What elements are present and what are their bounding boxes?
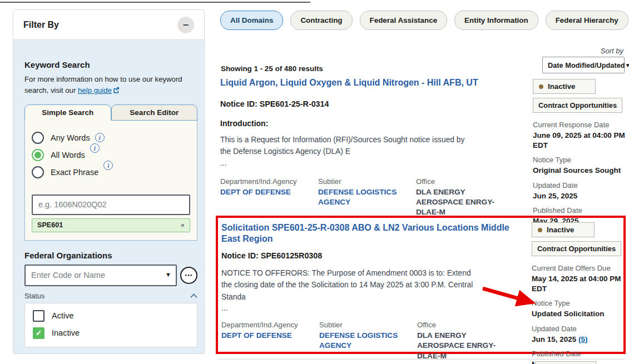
detail-label: Notice Type	[532, 298, 624, 308]
subtier-column: Subtier DEFENSE LOGISTICS AGENCY	[319, 321, 417, 361]
sort-dropdown-value: Date Modified/Updated	[548, 61, 625, 69]
status-badge: Inactive	[532, 222, 595, 237]
department-label: Department/Ind.Agency	[221, 321, 319, 329]
detail-response-date: Current Response Date June 09, 2025 at 0…	[533, 120, 625, 150]
keyword-search-help-text: For more information on how to use our k…	[24, 74, 197, 97]
result-item: Liquid Argon, Liquid Oxygen & Liquid Nit…	[220, 77, 625, 218]
results-count: Showing 1 - 25 of 480 results	[221, 64, 323, 73]
detail-value: June 09, 2025 at 04:00 PM EDT	[533, 131, 625, 150]
active-checkbox[interactable]	[33, 310, 44, 322]
tab-search-editor[interactable]: Search Editor	[111, 104, 198, 121]
department-label: Department/Ind.Agency	[220, 177, 318, 186]
remove-tag-icon[interactable]: ×	[180, 221, 185, 230]
office-value: DLA ENERGY AEROSPACE ENRGY-DLAE-M	[416, 187, 508, 218]
info-icon[interactable]: i	[95, 133, 105, 142]
keyword-search-heading: Keyword Search	[24, 60, 197, 69]
detail-notice-type: Notice Type Updated Solicitation	[532, 298, 624, 319]
chevron-down-icon: ▼	[625, 62, 629, 68]
domain-tab-label: Contracting	[300, 16, 342, 24]
any-words-label: Any Words	[51, 133, 90, 142]
detail-value: Updated Solicitation	[532, 309, 624, 319]
simple-search-panel: Any Words i All Words i Exact Phrase i S…	[24, 121, 197, 241]
any-words-radio[interactable]	[32, 132, 44, 144]
department-column: Department/Ind.Agency DEPT OF DEFENSE	[220, 177, 318, 218]
keyword-search-tabs: Simple Search Search Editor	[24, 104, 197, 121]
detail-updated-date: Updated Date Jun 25, 2025	[533, 181, 625, 201]
office-value: DLA ENERGY AEROSPACE ENRGY-DLAE-M	[417, 331, 509, 361]
subtier-link[interactable]: DEFENSE LOGISTICS AGENCY	[319, 331, 411, 351]
filter-panel-header: Filter By −	[13, 10, 204, 40]
domain-tab-federal-assistance[interactable]: Federal Assistance	[360, 11, 448, 30]
radio-row-exact-phrase: Exact Phrase i	[32, 166, 190, 178]
office-column: Office DLA ENERGY AEROSPACE ENRGY-DLAE-M	[416, 177, 527, 218]
sort-by-label: Sort by	[601, 47, 623, 55]
chevron-up-icon[interactable]	[190, 293, 197, 301]
domain-tab-label: Entity Information	[464, 16, 528, 24]
status-badge-label: Inactive	[547, 226, 574, 234]
domain-tab-label: Federal Hierarchy	[556, 16, 618, 24]
detail-updated-date: Updated Date Jun 15, 2025 (5)	[532, 324, 624, 345]
subtier-label: Subtier	[319, 321, 417, 329]
exact-phrase-radio[interactable]	[32, 166, 44, 178]
subtier-label: Subtier	[318, 177, 416, 186]
ellipsis-icon: ●●●	[185, 273, 193, 277]
results-area: All Domains Contracting Federal Assistan…	[220, 0, 625, 364]
detail-label: Published Date	[533, 206, 625, 215]
keyword-input[interactable]	[32, 195, 190, 215]
department-column: Department/Ind.Agency DEPT OF DEFENSE	[221, 321, 319, 361]
sort-dropdown[interactable]: Date Modified/Updated ▼	[542, 57, 625, 73]
domain-tab-contracting[interactable]: Contracting	[290, 11, 352, 30]
inactive-checkbox-label: Inactive	[52, 328, 80, 337]
result-meta-rail: Inactive Contract Opportunities Current …	[532, 222, 624, 364]
federal-organizations-input[interactable]	[24, 265, 177, 286]
domain-tab-federal-hierarchy[interactable]: Federal Hierarchy	[546, 11, 628, 30]
domain-tab-all-domains[interactable]: All Domains	[220, 11, 283, 30]
filter-panel: Filter By − Keyword Search For more info…	[13, 9, 205, 354]
department-link[interactable]: DEPT OF DEFENSE	[221, 331, 313, 341]
detail-value: Jun 15, 2025 (5)	[532, 335, 624, 345]
tab-simple-search[interactable]: Simple Search	[24, 104, 111, 121]
subtier-link[interactable]: DEFENSE LOGISTICS AGENCY	[318, 187, 410, 208]
record-type-tag: Contract Opportunities	[532, 241, 621, 256]
domain-tab-label: All Domains	[230, 16, 273, 24]
detail-label: Current Date Offers Due	[532, 263, 624, 273]
info-icon[interactable]: i	[103, 161, 113, 170]
status-heading: Status	[24, 292, 44, 300]
result-title-link[interactable]: Liquid Argon, Liquid Oxygen & Liquid Nit…	[220, 77, 478, 88]
office-label: Office	[416, 177, 527, 186]
detail-label: Notice Type	[533, 155, 625, 164]
inactive-status-dot	[539, 84, 543, 89]
info-icon[interactable]: i	[90, 143, 100, 153]
updated-count-link[interactable]: (5)	[578, 335, 588, 343]
detail-value: May 14, 2025 at 04:00 PM EDT	[532, 274, 624, 293]
domain-tab-entity-information[interactable]: Entity Information	[454, 11, 538, 30]
status-filter-box: Active ✓ Inactive	[24, 303, 197, 347]
domain-tab-label: Federal Assistance	[370, 16, 438, 24]
minus-icon: −	[183, 20, 189, 30]
result-title-link[interactable]: Solicitation SPE601-25-R-0308 ABO & LN2 …	[221, 222, 522, 245]
all-words-label: All Words	[51, 151, 85, 159]
detail-value: Original Sources Sought	[533, 166, 625, 176]
keyword-tag-label: SPE601	[37, 221, 63, 229]
next-result-badge-partial	[535, 361, 596, 364]
inactive-checkbox[interactable]: ✓	[33, 327, 44, 339]
status-badge-label: Inactive	[548, 82, 576, 91]
department-link[interactable]: DEPT OF DEFENSE	[220, 187, 312, 197]
active-checkbox-label: Active	[52, 311, 74, 320]
status-option-active: Active	[33, 310, 189, 322]
all-words-radio[interactable]	[32, 149, 44, 161]
result-item-highlighted: Solicitation SPE601-25-R-0308 ABO & LN2 …	[216, 216, 626, 354]
radio-row-any-words: Any Words i	[32, 132, 190, 144]
help-guide-link[interactable]: help guide	[78, 86, 120, 94]
collapse-filters-button[interactable]: −	[177, 17, 194, 33]
status-option-inactive: ✓ Inactive	[33, 327, 189, 339]
office-label: Office	[417, 321, 528, 329]
help-guide-link-label: help guide	[78, 86, 112, 94]
record-type-tag: Contract Opportunities	[533, 98, 622, 113]
federal-organizations-heading: Federal Organizations	[24, 251, 197, 260]
status-header-row: Status	[24, 292, 197, 300]
results-divider	[217, 359, 625, 360]
more-options-button[interactable]: ●●●	[180, 267, 197, 284]
detail-offers-due: Current Date Offers Due May 14, 2025 at …	[532, 263, 624, 293]
subtier-column: Subtier DEFENSE LOGISTICS AGENCY	[318, 177, 416, 218]
